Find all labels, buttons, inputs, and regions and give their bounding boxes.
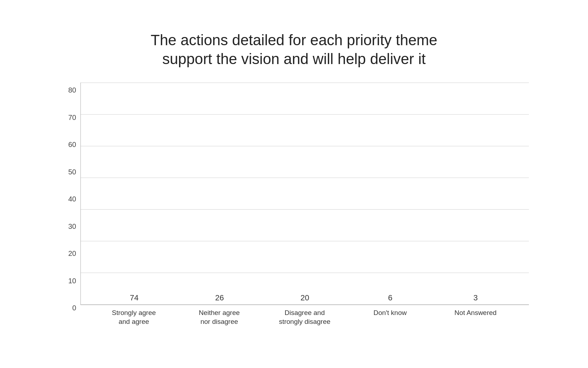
x-label-disagree: Disagree andstrongly disagree (269, 309, 340, 341)
chart-area: 80706050403020100 74262063 Strongly agre… (59, 83, 529, 341)
y-axis-label: 10 (68, 277, 76, 285)
x-label-strongly-agree: Strongly agreeand agree (98, 309, 169, 341)
bar-group-disagree: 20 (269, 293, 340, 305)
y-axis-label: 50 (68, 168, 76, 176)
y-axis-label: 20 (68, 249, 76, 258)
bar-group-dont-know: 6 (355, 293, 426, 305)
x-label-dont-know: Don't know (355, 309, 426, 341)
bar-value-strongly-agree: 74 (130, 293, 138, 303)
bar-value-neither-agree: 26 (215, 293, 224, 303)
x-label-neither-agree: Neither agreenor disagree (184, 309, 255, 341)
chart-title: The actions detailed for each priority t… (151, 31, 437, 68)
y-axis-label: 60 (68, 141, 76, 149)
x-label-not-answered: Not Answered (440, 309, 511, 341)
bar-group-not-answered: 3 (440, 293, 511, 305)
bar-group-neither-agree: 26 (184, 293, 255, 305)
bar-value-not-answered: 3 (473, 293, 478, 303)
x-labels: Strongly agreeand agreeNeither agreenor … (80, 305, 529, 341)
chart-container: The actions detailed for each priority t… (45, 20, 543, 348)
bars-and-grid: 74262063 (80, 83, 529, 305)
bar-value-disagree: 20 (300, 293, 309, 303)
y-axis-label: 30 (68, 222, 76, 231)
bar-group-strongly-agree: 74 (99, 293, 170, 305)
bars-row: 74262063 (81, 83, 529, 305)
y-axis-label: 70 (68, 114, 76, 122)
bar-value-dont-know: 6 (388, 293, 392, 303)
y-axis-label: 0 (72, 304, 76, 312)
chart-inner: 74262063 Strongly agreeand agreeNeither … (80, 83, 529, 341)
y-axis-label: 80 (68, 86, 76, 94)
y-axis-label: 40 (68, 195, 76, 203)
y-axis: 80706050403020100 (59, 83, 80, 341)
